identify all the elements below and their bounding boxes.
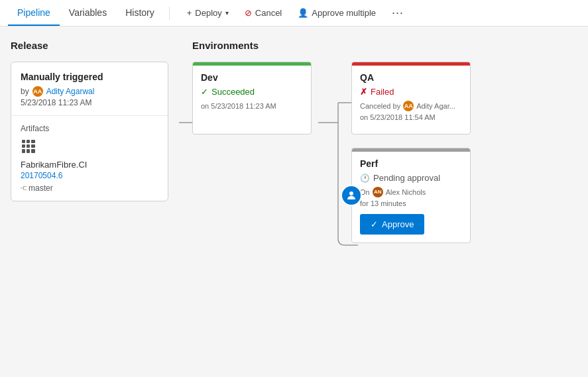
svg-rect-8 xyxy=(31,149,35,153)
dev-env-status: ✓ Succeeded xyxy=(201,87,303,97)
tab-pipeline[interactable]: Pipeline xyxy=(8,1,60,26)
cancel-icon: ⊘ xyxy=(245,8,252,18)
approve-button[interactable]: ✓ Approve xyxy=(360,214,424,235)
qa-cross-icon: ✗ xyxy=(360,87,367,97)
dev-env-meta: on 5/23/2018 11:23 AM xyxy=(201,101,303,112)
approve-multiple-button[interactable]: 👤 Approve multiple xyxy=(291,4,382,22)
svg-rect-6 xyxy=(22,149,25,153)
tab-history[interactable]: History xyxy=(116,1,164,26)
perf-approval-person-icon xyxy=(341,185,362,206)
artifacts-label: Artifacts xyxy=(21,124,158,133)
by-avatar: AA xyxy=(32,86,43,97)
dev-env-wrapper: Dev ✓ Succeeded on 5/23/2018 11:23 AM xyxy=(192,62,312,135)
perf-env-status: 🕐 Pending approval xyxy=(360,173,462,183)
nav-actions: + Deploy ▾ ⊘ Cancel 👤 Approve multiple ·… xyxy=(180,2,410,24)
artifact-icon-row xyxy=(21,138,158,158)
release-date: 5/23/2018 11:23 AM xyxy=(21,98,158,107)
branch-icon: ⑂ xyxy=(19,186,29,191)
release-card: Manually triggered by AA Adity Agarwal 5… xyxy=(11,62,168,201)
release-by-row: by AA Adity Agarwal xyxy=(21,86,158,97)
dev-environment-card: Dev ✓ Succeeded on 5/23/2018 11:23 AM xyxy=(192,62,312,135)
svg-rect-1 xyxy=(27,140,30,143)
release-panel-title: Release xyxy=(11,40,168,51)
artifact-branch-row: ⑂ master xyxy=(21,183,158,193)
dev-status-label: Succeeded xyxy=(211,87,255,97)
perf-card-body: Perf 🕐 Pending approval On AN Alex Nicho… xyxy=(352,152,470,242)
top-navigation: Pipeline Variables History + Deploy ▾ ⊘ … xyxy=(0,0,588,27)
artifact-icon xyxy=(21,138,36,158)
qa-card-body: QA ✗ Failed Canceled by AA Adity Agar... xyxy=(352,66,470,131)
deploy-plus-icon: + xyxy=(187,8,192,18)
dev-env-name: Dev xyxy=(201,72,303,83)
svg-rect-3 xyxy=(22,144,25,148)
release-trigger: Manually triggered xyxy=(21,72,158,82)
more-button[interactable]: ··· xyxy=(385,2,410,24)
perf-duration: for 13 minutes xyxy=(360,198,462,209)
release-bottom: Artifacts xyxy=(11,116,168,201)
environments-panel-title: Environments xyxy=(192,40,575,51)
left-panel: Release Manually triggered by AA Adity A… xyxy=(0,27,179,377)
perf-env-meta: On AN Alex Nichols for 13 minutes xyxy=(360,187,462,209)
branch-name: master xyxy=(29,184,53,193)
approve-person-icon: 👤 xyxy=(298,8,308,18)
qa-env-meta: Canceled by AA Adity Agar... on 5/23/201… xyxy=(360,101,462,123)
by-name[interactable]: Adity Agarwal xyxy=(46,87,95,96)
approve-check-icon: ✓ xyxy=(371,219,378,229)
right-panel: Environments Dev ✓ xyxy=(179,27,588,377)
qa-environment-card: QA ✗ Failed Canceled by AA Adity Agar... xyxy=(351,62,471,135)
tab-variables[interactable]: Variables xyxy=(60,1,116,26)
svg-rect-7 xyxy=(27,149,30,153)
artifact-name: FabrikamFibre.CI xyxy=(21,160,158,170)
artifact-version[interactable]: 20170504.6 xyxy=(21,171,158,180)
perf-env-wrapper: Perf 🕐 Pending approval On AN Alex Nicho… xyxy=(351,148,471,243)
qa-env-name: QA xyxy=(360,72,462,83)
perf-status-label: Pending approval xyxy=(373,173,440,183)
qa-env-status: ✗ Failed xyxy=(360,87,462,97)
perf-env-name: Perf xyxy=(360,158,462,169)
perf-clock-icon: 🕐 xyxy=(360,174,370,183)
qa-canceled-by-row: Canceled by AA Adity Agar... xyxy=(360,101,462,112)
dev-check-icon: ✓ xyxy=(201,87,208,97)
release-top: Manually triggered by AA Adity Agarwal 5… xyxy=(11,62,168,116)
svg-rect-4 xyxy=(27,144,30,148)
deploy-dropdown-icon: ▾ xyxy=(225,9,229,17)
qa-avatar: AA xyxy=(403,101,414,111)
cancel-button[interactable]: ⊘ Cancel xyxy=(238,4,288,22)
main-layout: Release Manually triggered by AA Adity A… xyxy=(0,27,588,377)
qa-canceled-label: Canceled by xyxy=(360,101,400,112)
nav-divider xyxy=(169,7,170,20)
svg-point-13 xyxy=(349,191,353,195)
perf-on-name: Alex Nichols xyxy=(386,187,426,198)
qa-status-label: Failed xyxy=(371,87,394,97)
svg-rect-5 xyxy=(31,144,35,148)
qa-canceled-on: on 5/23/2018 11:54 AM xyxy=(360,112,462,123)
svg-rect-0 xyxy=(22,140,25,143)
approve-label: Approve xyxy=(382,219,414,229)
artifact-item: FabrikamFibre.CI 20170504.6 ⑂ master xyxy=(21,138,158,193)
right-envs-column: QA ✗ Failed Canceled by AA Adity Agar... xyxy=(351,62,471,243)
dev-card-body: Dev ✓ Succeeded on 5/23/2018 11:23 AM xyxy=(193,66,311,120)
deploy-button[interactable]: + Deploy ▾ xyxy=(180,4,235,22)
perf-environment-card: Perf 🕐 Pending approval On AN Alex Nicho… xyxy=(351,148,471,243)
by-label: by xyxy=(21,87,29,96)
qa-canceled-by: Adity Agar... xyxy=(416,101,455,112)
svg-rect-2 xyxy=(31,140,35,143)
perf-avatar: AN xyxy=(373,187,383,197)
perf-on-row: On AN Alex Nichols xyxy=(360,187,462,198)
